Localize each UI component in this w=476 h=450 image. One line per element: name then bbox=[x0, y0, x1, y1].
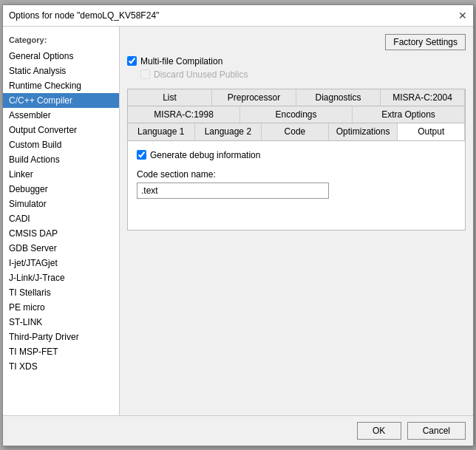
category-label: Category: bbox=[3, 33, 119, 49]
discard-unused-publics-checkbox bbox=[140, 69, 150, 79]
tab-output[interactable]: Output bbox=[398, 123, 465, 140]
sidebar-item-assembler[interactable]: Assembler bbox=[3, 108, 119, 123]
dialog-title: Options for node "demoLQ_KV58F24" bbox=[9, 10, 159, 21]
multifile-compilation-row: Multi-file Compilation bbox=[127, 56, 466, 67]
tab-section: ListPreprocessorDiagnosticsMISRA-C:2004 … bbox=[127, 89, 466, 231]
sidebar-item-third-party[interactable]: Third-Party Driver bbox=[3, 330, 119, 344]
cancel-button[interactable]: Cancel bbox=[407, 422, 466, 440]
sidebar-item-linker[interactable]: Linker bbox=[3, 167, 119, 182]
multifile-compilation-label: Multi-file Compilation bbox=[140, 56, 222, 67]
generate-debug-row: Generate debug information bbox=[137, 150, 456, 160]
dialog-body: Category: General OptionsStatic Analysis… bbox=[3, 27, 473, 415]
tab-optimizations[interactable]: Optimizations bbox=[329, 123, 398, 140]
tab-misra-c-2004[interactable]: MISRA-C:2004 bbox=[381, 89, 465, 106]
sidebar-item-build-actions[interactable]: Build Actions bbox=[3, 152, 119, 167]
sidebar-item-ti-msp-fet[interactable]: TI MSP-FET bbox=[3, 344, 119, 359]
options-dialog: Options for node "demoLQ_KV58F24" ✕ Cate… bbox=[2, 4, 474, 446]
generate-debug-checkbox[interactable] bbox=[137, 150, 146, 160]
multifile-compilation-checkbox[interactable] bbox=[127, 56, 137, 66]
main-panel: Factory Settings Multi-file Compilation … bbox=[120, 27, 473, 415]
sidebar-item-static-analysis[interactable]: Static Analysis bbox=[3, 64, 119, 78]
tab-content: Generate debug information Code section … bbox=[128, 141, 465, 230]
sidebar: Category: General OptionsStatic Analysis… bbox=[3, 27, 120, 415]
tab-row-3: Language 1Language 2CodeOptimizationsOut… bbox=[128, 123, 465, 141]
sidebar-item-runtime-checking[interactable]: Runtime Checking bbox=[3, 78, 119, 93]
sidebar-item-cmsis-dap[interactable]: CMSIS DAP bbox=[3, 226, 119, 241]
code-section-name-label: Code section name: bbox=[137, 169, 456, 180]
sidebar-item-cpp-compiler[interactable]: C/C++ Compiler bbox=[3, 93, 119, 108]
factory-settings-button[interactable]: Factory Settings bbox=[385, 34, 466, 50]
sidebar-item-custom-build[interactable]: Custom Build bbox=[3, 137, 119, 152]
code-section-name-input[interactable]: .text bbox=[137, 183, 329, 199]
sidebar-item-jlink[interactable]: J-Link/J-Trace bbox=[3, 270, 119, 285]
sidebar-item-simulator[interactable]: Simulator bbox=[3, 197, 119, 211]
tab-preprocessor[interactable]: Preprocessor bbox=[212, 89, 296, 106]
sidebar-item-pe-micro[interactable]: PE micro bbox=[3, 300, 119, 315]
title-bar: Options for node "demoLQ_KV58F24" ✕ bbox=[3, 5, 473, 27]
generate-debug-label: Generate debug information bbox=[150, 150, 260, 160]
ok-button[interactable]: OK bbox=[357, 422, 401, 440]
sidebar-item-st-link[interactable]: ST-LINK bbox=[3, 315, 119, 330]
tab-misra-c-1998[interactable]: MISRA-C:1998 bbox=[128, 106, 240, 123]
tab-code[interactable]: Code bbox=[262, 123, 329, 140]
sidebar-item-ijet[interactable]: I-jet/JTAGjet bbox=[3, 256, 119, 270]
tab-row-1: ListPreprocessorDiagnosticsMISRA-C:2004 bbox=[128, 89, 465, 106]
tab-row-2: MISRA-C:1998EncodingsExtra Options bbox=[128, 106, 465, 123]
tab-encodings[interactable]: Encodings bbox=[240, 106, 353, 123]
tab-list[interactable]: List bbox=[128, 89, 212, 106]
sidebar-item-general-options[interactable]: General Options bbox=[3, 49, 119, 64]
sidebar-item-debugger[interactable]: Debugger bbox=[3, 182, 119, 197]
tab-language-1[interactable]: Language 1 bbox=[128, 123, 195, 140]
sidebar-item-gdb-server[interactable]: GDB Server bbox=[3, 241, 119, 256]
tab-diagnostics[interactable]: Diagnostics bbox=[296, 89, 381, 106]
discard-unused-publics-row: Discard Unused Publics bbox=[127, 69, 466, 80]
tab-extra-options[interactable]: Extra Options bbox=[353, 106, 465, 123]
dialog-footer: OK Cancel bbox=[3, 415, 473, 446]
sidebar-item-ti-stellaris[interactable]: TI Stellaris bbox=[3, 285, 119, 300]
sidebar-item-output-converter[interactable]: Output Converter bbox=[3, 123, 119, 137]
discard-unused-publics-label: Discard Unused Publics bbox=[154, 69, 248, 80]
sidebar-item-ti-xds[interactable]: TI XDS bbox=[3, 359, 119, 374]
close-icon[interactable]: ✕ bbox=[458, 10, 467, 21]
tab-language-2[interactable]: Language 2 bbox=[195, 123, 262, 140]
sidebar-item-cadi[interactable]: CADI bbox=[3, 211, 119, 226]
